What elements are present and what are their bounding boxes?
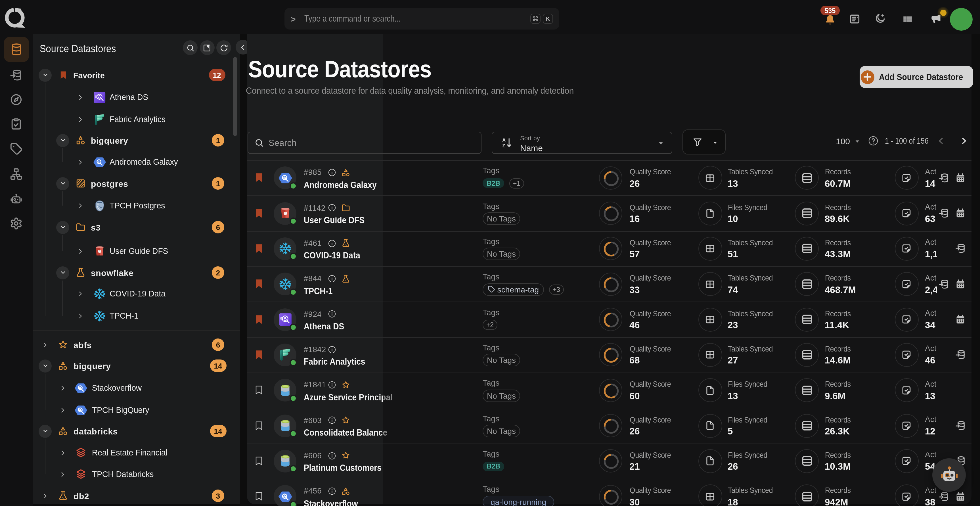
svg-text:A: A xyxy=(502,138,505,143)
svg-text:Z: Z xyxy=(502,143,505,148)
